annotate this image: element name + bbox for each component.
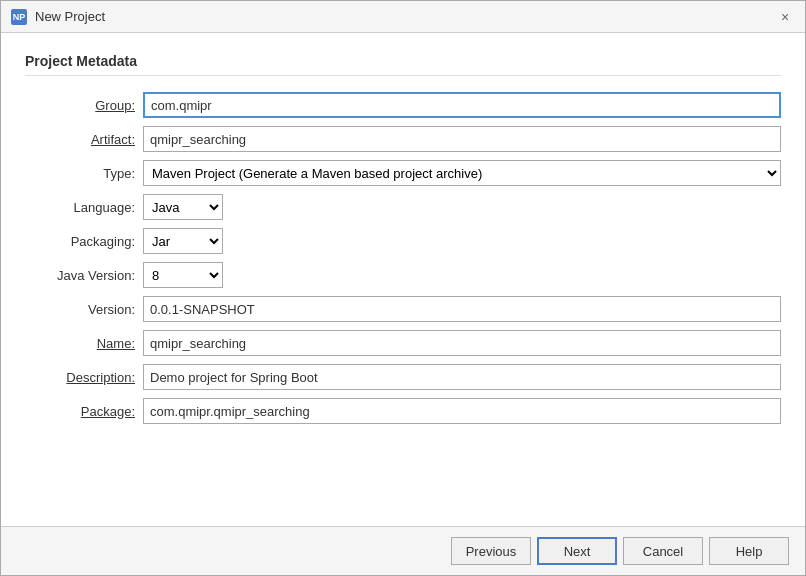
package-input[interactable] xyxy=(143,398,781,424)
name-input[interactable] xyxy=(143,330,781,356)
language-wrapper: Java Kotlin Groovy xyxy=(143,194,781,220)
cancel-button[interactable]: Cancel xyxy=(623,537,703,565)
dialog-title: New Project xyxy=(35,9,105,24)
packaging-select[interactable]: Jar War xyxy=(143,228,223,254)
title-bar: NP New Project × xyxy=(1,1,805,33)
next-button[interactable]: Next xyxy=(537,537,617,565)
version-input[interactable] xyxy=(143,296,781,322)
language-select[interactable]: Java Kotlin Groovy xyxy=(143,194,223,220)
form-grid: Group: Artifact: Type: Maven Project (Ge… xyxy=(25,92,781,424)
description-input[interactable] xyxy=(143,364,781,390)
section-title: Project Metadata xyxy=(25,53,781,76)
previous-button[interactable]: Previous xyxy=(451,537,531,565)
java-version-wrapper: 8 11 17 xyxy=(143,262,781,288)
group-label: Group: xyxy=(25,98,135,113)
dialog-content: Project Metadata Group: Artifact: Type: … xyxy=(1,33,805,526)
packaging-wrapper: Jar War xyxy=(143,228,781,254)
artifact-label: Artifact: xyxy=(25,132,135,147)
help-button[interactable]: Help xyxy=(709,537,789,565)
name-label: Name: xyxy=(25,336,135,351)
dialog-footer: Previous Next Cancel Help xyxy=(1,526,805,575)
java-version-select[interactable]: 8 11 17 xyxy=(143,262,223,288)
app-icon: NP xyxy=(11,9,27,25)
artifact-input[interactable] xyxy=(143,126,781,152)
empty-space xyxy=(25,424,781,510)
packaging-label: Packaging: xyxy=(25,234,135,249)
java-version-label: Java Version: xyxy=(25,268,135,283)
title-bar-left: NP New Project xyxy=(11,9,105,25)
type-select[interactable]: Maven Project (Generate a Maven based pr… xyxy=(143,160,781,186)
group-input[interactable] xyxy=(143,92,781,118)
description-label: Description: xyxy=(25,370,135,385)
close-button[interactable]: × xyxy=(775,7,795,27)
package-label: Package: xyxy=(25,404,135,419)
version-label: Version: xyxy=(25,302,135,317)
language-label: Language: xyxy=(25,200,135,215)
type-label: Type: xyxy=(25,166,135,181)
new-project-dialog: NP New Project × Project Metadata Group:… xyxy=(0,0,806,576)
